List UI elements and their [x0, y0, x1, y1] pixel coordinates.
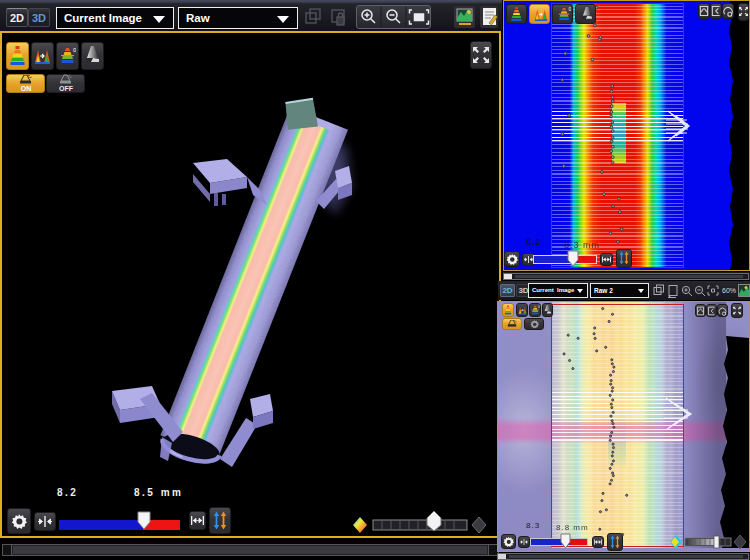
- svg-text:ON: ON: [21, 85, 32, 92]
- svg-text:OFF: OFF: [59, 85, 74, 92]
